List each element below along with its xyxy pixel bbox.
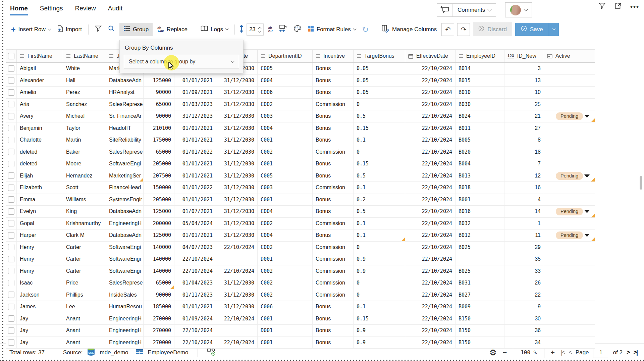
cell-Incentive[interactable]: Bonus	[313, 229, 354, 241]
cell-EndDate[interactable]: 31/12/2030	[216, 194, 258, 206]
cell-Salary[interactable]: 125000	[144, 75, 174, 87]
cell-EmployeeID[interactable]: B030	[455, 99, 504, 110]
column-header-EffectiveDate[interactable]: EffectiveDate	[405, 50, 455, 62]
cell-Active[interactable]	[544, 194, 595, 206]
row-checkbox[interactable]	[6, 206, 17, 217]
cell-DepartmentID[interactable]: C001	[258, 337, 313, 349]
cell-LastName[interactable]: Carter	[63, 265, 106, 277]
replace-button[interactable]: ab↳ac Replace	[156, 24, 189, 35]
cell-ID_New[interactable]: 34	[504, 337, 544, 349]
manage-columns-button[interactable]: Manage Columns	[380, 22, 438, 37]
cell-EmployeeID[interactable]: B014	[455, 63, 504, 74]
row-checkbox[interactable]	[6, 158, 17, 170]
cell-EffectiveDate[interactable]: 22/10/2024	[405, 170, 455, 182]
cell-Active[interactable]	[544, 182, 595, 194]
color-palette-button[interactable]	[292, 23, 303, 36]
column-header-Active[interactable]: Active	[544, 50, 595, 62]
cell-Incentive[interactable]: Bonus	[313, 87, 354, 98]
cell-TargetBonus[interactable]: 0	[354, 242, 405, 253]
tab-audit[interactable]: Audit	[108, 5, 122, 12]
cell-DepartmentID[interactable]: C006	[258, 87, 313, 98]
cell-Incentive[interactable]: Bonus	[313, 325, 354, 337]
checkbox-icon[interactable]	[8, 172, 14, 179]
cell-EffectiveDate[interactable]: 22/10/2024	[405, 301, 455, 313]
cell-Active[interactable]	[544, 313, 595, 325]
cell-EndDate[interactable]: 31/12/2030	[216, 182, 258, 194]
cell-JobTitle[interactable]: SoftwareEngi	[106, 242, 144, 253]
cell-ID_New[interactable]: 7	[504, 158, 544, 170]
cell-LastName[interactable]: Baker	[63, 146, 106, 158]
next-page-icon[interactable]: >	[627, 349, 630, 356]
checkbox-icon[interactable]	[8, 196, 14, 203]
checkbox-icon[interactable]	[8, 220, 14, 226]
cell-TargetBonus[interactable]: 0.9	[354, 253, 405, 265]
cell-EffectiveDate[interactable]: 22/10/2024	[405, 158, 455, 170]
cell-StartDate[interactable]: 31/12/2023	[174, 110, 216, 122]
row-checkbox[interactable]	[6, 182, 17, 194]
checkbox-icon[interactable]	[8, 125, 14, 131]
cell-EffectiveDate[interactable]: 22/10/2024	[405, 242, 455, 253]
cell-DepartmentID[interactable]: C003	[258, 182, 313, 194]
cell-DepartmentID[interactable]: C001	[258, 194, 313, 206]
cell-EndDate[interactable]	[216, 253, 258, 265]
cell-TargetBonus[interactable]: 0.5	[354, 170, 405, 182]
row-checkbox[interactable]	[6, 134, 17, 146]
cell-FirstName[interactable]: Elizabeth	[17, 182, 63, 194]
cell-JobTitle[interactable]: SiteReliability	[106, 134, 144, 146]
cell-ID_New[interactable]: 22	[504, 289, 544, 301]
row-checkbox[interactable]	[6, 301, 17, 313]
cell-Incentive[interactable]: Commission	[313, 277, 354, 289]
dropdown-caret-icon[interactable]	[584, 174, 590, 177]
cell-Active[interactable]	[544, 134, 595, 146]
cell-FirstName[interactable]: Elijah	[17, 170, 63, 182]
cell-Salary[interactable]: 65000	[144, 146, 174, 158]
cell-Salary[interactable]: 140000	[144, 253, 174, 265]
cell-Active[interactable]	[544, 218, 595, 229]
cell-Incentive[interactable]: Bonus	[313, 110, 354, 122]
cell-Salary[interactable]: 90000	[144, 110, 174, 122]
cell-DepartmentID[interactable]: C002	[258, 265, 313, 277]
cell-Salary[interactable]: 140000	[144, 242, 174, 253]
checkbox-icon[interactable]	[8, 244, 14, 250]
cell-EmployeeID[interactable]: B024	[455, 110, 504, 122]
cell-ID_New[interactable]: 3	[504, 63, 544, 74]
cell-FirstName[interactable]: Henry	[17, 265, 63, 277]
cell-ID_New[interactable]: 21	[504, 110, 544, 122]
cell-LastName[interactable]: Anant	[63, 313, 106, 325]
cell-LastName[interactable]: Krishnamurthy	[63, 218, 106, 229]
cell-Active[interactable]	[544, 277, 595, 289]
cell-ID_New[interactable]: 11	[504, 229, 544, 241]
checkbox-icon[interactable]	[8, 77, 14, 84]
cell-LastName[interactable]: Micheal	[63, 110, 106, 122]
cell-Active[interactable]	[544, 253, 595, 265]
cell-DepartmentID[interactable]: C004	[258, 75, 313, 87]
cell-Salary[interactable]: 125000	[144, 206, 174, 217]
filter-icon[interactable]	[598, 3, 606, 11]
cell-FirstName[interactable]: Jay	[17, 325, 63, 337]
cell-EmployeeID[interactable]: B150	[455, 313, 504, 325]
cell-FirstName[interactable]: Jay	[17, 313, 63, 325]
cell-Salary[interactable]: 270000	[144, 313, 174, 325]
cell-FirstName[interactable]: Aria	[17, 99, 63, 110]
cell-EndDate[interactable]: 31/12/2030	[216, 229, 258, 241]
row-checkbox[interactable]	[6, 265, 17, 277]
cell-JobTitle[interactable]: FinanceHead	[106, 182, 144, 194]
cell-DepartmentID[interactable]: C002	[258, 99, 313, 110]
discard-button[interactable]: Discard	[473, 22, 512, 36]
cell-JobTitle[interactable]: EngineeringH	[106, 337, 144, 349]
cell-EmployeeID[interactable]: B150	[455, 337, 504, 349]
cell-JobTitle[interactable]: EngineeringH	[106, 313, 144, 325]
checkbox-icon[interactable]	[8, 304, 14, 310]
cell-EndDate[interactable]: 22/10/2024	[216, 313, 258, 325]
cell-Incentive[interactable]: Commission	[313, 289, 354, 301]
cell-Incentive[interactable]: Commission	[313, 99, 354, 110]
cell-Active[interactable]	[544, 289, 595, 301]
cell-EndDate[interactable]: 31/12/2030	[216, 146, 258, 158]
cell-FirstName[interactable]: Harper	[17, 229, 63, 241]
cell-LastName[interactable]: Moore	[63, 158, 106, 170]
row-checkbox[interactable]	[6, 170, 17, 182]
last-page-icon[interactable]: >|	[633, 349, 637, 356]
column-header-Incentive[interactable]: Incentive	[313, 50, 354, 62]
cell-TargetBonus[interactable]: 0.15	[354, 158, 405, 170]
cell-DepartmentID[interactable]: C005	[258, 170, 313, 182]
